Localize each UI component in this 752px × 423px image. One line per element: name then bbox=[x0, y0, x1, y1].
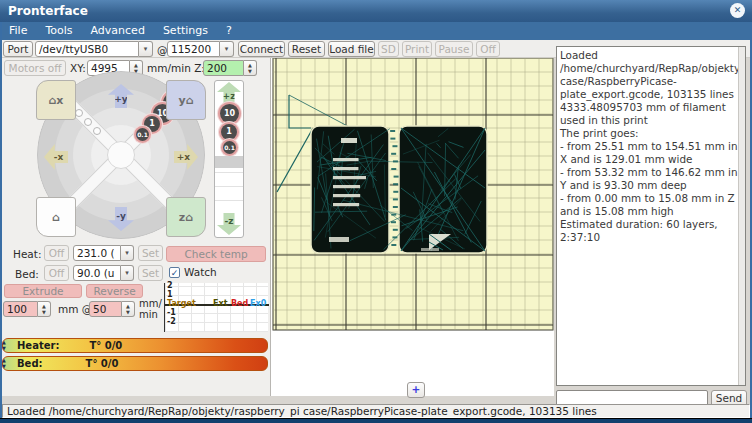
reverse-button[interactable]: Reverse bbox=[86, 284, 143, 298]
window-title: Pronterface bbox=[8, 4, 88, 18]
menu-bar: File Tools Advanced Settings ? bbox=[0, 22, 752, 40]
gcode-viewer[interactable] bbox=[270, 58, 554, 396]
graph-label-ex0: Ex0 bbox=[250, 299, 266, 308]
z-feed-stepper[interactable]: ▲ ▼ bbox=[244, 60, 257, 76]
home-x-button[interactable]: ⌂x bbox=[36, 80, 76, 120]
graph-label-target: Target bbox=[167, 299, 196, 308]
z-column-line bbox=[215, 186, 243, 187]
zoom-in-button[interactable]: + bbox=[407, 382, 425, 398]
motors-off-button[interactable]: Motors off bbox=[4, 60, 66, 76]
jog-dot bbox=[84, 118, 92, 126]
graph-label-bed: Bed bbox=[231, 299, 248, 308]
graph-label-ext: Ext bbox=[213, 299, 227, 308]
bed-set-button[interactable]: Set bbox=[138, 265, 163, 281]
spin-down-icon[interactable]: ▼ bbox=[2, 345, 6, 351]
mm-at-label: mm @ bbox=[58, 303, 92, 315]
print-button: Print bbox=[402, 41, 432, 57]
bed-off-button[interactable]: Off bbox=[44, 265, 69, 281]
menu-help[interactable]: ? bbox=[217, 22, 241, 40]
bed-label: Bed: bbox=[15, 268, 39, 280]
at-label: @ bbox=[157, 44, 168, 56]
baud-combo[interactable]: 115200 bbox=[167, 41, 220, 57]
spin-down-icon[interactable]: ▼ bbox=[2, 363, 6, 369]
z-column-line bbox=[215, 172, 243, 173]
pause-button: Pause bbox=[435, 41, 473, 57]
z-step-badge-01[interactable]: 0.1 bbox=[223, 141, 236, 154]
heater-gauge-stepper[interactable]: ▲ ▼ bbox=[2, 339, 6, 351]
heater-gauge-value: T° 0/0 bbox=[89, 340, 122, 351]
menu-advanced[interactable]: Advanced bbox=[82, 22, 154, 40]
temp-graph: 2 1 -1 -2 Target Ext Bed Ex0 bbox=[164, 283, 268, 332]
heat-off-button[interactable]: Off bbox=[44, 245, 69, 261]
bed-gauge-label: Bed: bbox=[17, 358, 43, 369]
bed-gauge-stepper[interactable]: ▲ ▼ bbox=[2, 357, 6, 369]
spin-down-icon[interactable]: ▼ bbox=[126, 309, 130, 315]
extrude-length-input[interactable]: 100 bbox=[3, 301, 38, 317]
baud-dropdown-icon[interactable]: ▾ bbox=[220, 41, 234, 57]
jog-dot bbox=[75, 109, 83, 117]
connect-button[interactable]: Connect bbox=[238, 41, 285, 57]
watch-checkbox[interactable]: ✓ bbox=[169, 267, 180, 278]
title-bar: Pronterface ✕ bbox=[0, 0, 752, 22]
status-bar: Loaded /home/churchyard/RepRap/objekty/r… bbox=[2, 404, 750, 418]
bed-temp-combo[interactable]: 90.0 (u bbox=[73, 265, 121, 281]
z-feed-input[interactable]: 200 bbox=[203, 60, 244, 76]
gcode-object bbox=[271, 58, 555, 396]
graph-ytick: -1 bbox=[167, 308, 176, 317]
reset-button[interactable]: Reset bbox=[288, 41, 325, 57]
spin-down-icon[interactable]: ▼ bbox=[42, 309, 46, 315]
window-left-border bbox=[0, 22, 2, 418]
z-step-badge-10[interactable]: 10 bbox=[220, 104, 239, 123]
menu-file[interactable]: File bbox=[0, 22, 36, 40]
heat-set-button[interactable]: Set bbox=[138, 245, 163, 261]
bed-dropdown-icon[interactable]: ▾ bbox=[121, 265, 134, 281]
pronterface-window: Pronterface ✕ File Tools Advanced Settin… bbox=[0, 0, 752, 423]
mm-min-unit-label: mm/ min bbox=[139, 298, 162, 320]
heat-dropdown-icon[interactable]: ▾ bbox=[121, 245, 134, 261]
jog-center bbox=[107, 141, 135, 169]
spin-down-icon[interactable]: ▼ bbox=[248, 68, 252, 74]
check-temp-button[interactable]: Check temp bbox=[166, 246, 266, 262]
z-column-divider bbox=[215, 156, 243, 168]
port-combo[interactable]: /dev/ttyUSB0 bbox=[35, 41, 139, 57]
heat-label: Heat: bbox=[13, 248, 41, 260]
off-button: Off bbox=[476, 41, 500, 57]
graph-ytick: 1 bbox=[167, 290, 173, 299]
heater-gauge-label: Heater: bbox=[17, 340, 59, 351]
log-output[interactable]: Loaded /home/churchyard/RepRap/objekty/r… bbox=[556, 46, 746, 386]
menu-tools[interactable]: Tools bbox=[36, 22, 81, 40]
extrude-speed-input[interactable]: 50 bbox=[89, 301, 122, 317]
window-bottom-border bbox=[0, 418, 752, 423]
heater-gauge[interactable]: Heater: T° 0/0 bbox=[2, 338, 268, 353]
port-button[interactable]: Port bbox=[3, 41, 33, 57]
home-y-button[interactable]: y⌂ bbox=[166, 80, 206, 120]
graph-ytick: -2 bbox=[167, 317, 176, 326]
extrude-button[interactable]: Extrude bbox=[4, 284, 82, 298]
z-column-line bbox=[215, 200, 243, 201]
extrude-speed-stepper[interactable]: ▲ ▼ bbox=[122, 301, 135, 317]
close-icon[interactable]: ✕ bbox=[730, 3, 745, 18]
bed-gauge[interactable]: Bed: T° 0/0 bbox=[2, 356, 268, 371]
jog-dot bbox=[93, 127, 101, 135]
bed-gauge-value: T° 0/0 bbox=[86, 358, 119, 369]
extrude-length-stepper[interactable]: ▲ ▼ bbox=[38, 301, 51, 317]
load-file-button[interactable]: Load file bbox=[328, 41, 375, 57]
home-all-button[interactable]: ⌂ bbox=[36, 197, 76, 237]
graph-ytick: 2 bbox=[167, 281, 173, 290]
xy-feed-label: XY: bbox=[70, 62, 86, 74]
menu-settings[interactable]: Settings bbox=[154, 22, 217, 40]
z-step-badge-1[interactable]: 1 bbox=[221, 124, 237, 140]
log-scrollbar[interactable] bbox=[738, 47, 745, 385]
home-z-button[interactable]: z⌂ bbox=[166, 197, 206, 237]
heat-temp-combo[interactable]: 231.0 ( bbox=[73, 245, 121, 261]
port-dropdown-icon[interactable]: ▾ bbox=[139, 41, 153, 57]
z-feed-label: mm/min Z: bbox=[147, 62, 205, 74]
watch-label: Watch bbox=[184, 266, 217, 278]
step-badge-01[interactable]: 0.1 bbox=[136, 128, 149, 141]
sd-button: SD bbox=[378, 41, 399, 57]
